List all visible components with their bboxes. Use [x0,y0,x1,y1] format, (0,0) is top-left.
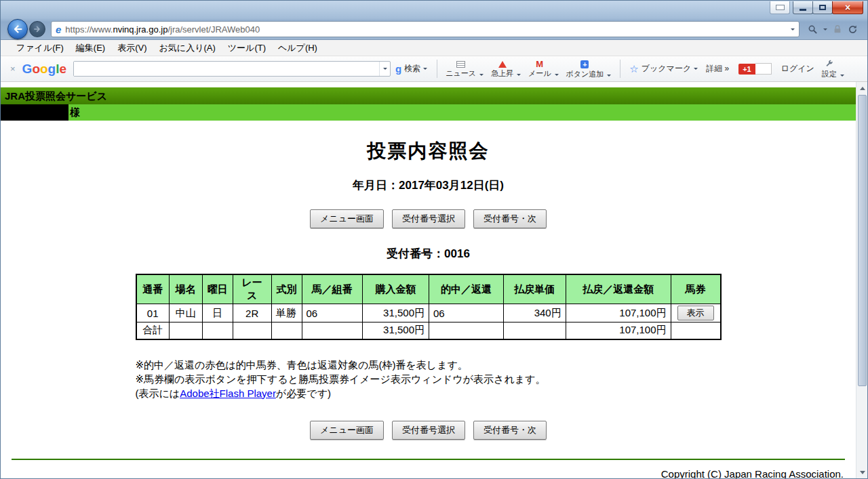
add-dropdown-icon[interactable] [607,75,611,79]
toolbar-separator [437,60,437,78]
menu-tools[interactable]: ツール(T) [222,40,272,56]
search-dropdown-icon[interactable] [823,28,827,33]
mail-dropdown-icon[interactable] [555,74,559,78]
cell-race: 2R [233,304,271,322]
toolbar-add-button[interactable]: + ボタン追加 [563,60,608,79]
scroll-up-button[interactable] [856,82,868,93]
note-line-3: (表示にはAdobe社Flash Playerが必要です) [136,386,722,400]
toolbar-news-button[interactable]: ニュース [442,60,479,78]
vertical-scrollbar[interactable] [856,82,867,478]
trending-dropdown-icon[interactable] [517,74,521,78]
close-button[interactable]: × [832,1,863,14]
page-title: 投票内容照会 [1,138,856,164]
toolbar-search-input[interactable] [74,62,379,76]
cell-payout: 107,100円 [566,304,671,322]
toolbar-settings-button[interactable]: 設定 [818,59,840,79]
news-icon [456,61,465,68]
toolbar-login-button[interactable]: ログイン [777,63,818,75]
total-empty [271,322,302,339]
scroll-down-button[interactable] [856,467,868,478]
back-button[interactable] [7,19,28,39]
menu-view[interactable]: 表示(V) [111,40,153,56]
toolbar-bookmarks-button[interactable]: ☆ ブックマーク [625,63,702,75]
footer-divider [12,459,845,460]
service-title-band: JRA投票照会サービス [1,87,856,104]
menu-screen-button[interactable]: メニュー画面 [310,209,384,228]
date-line: 年月日：2017年03月12日(日) [1,178,856,193]
forward-button[interactable] [29,21,45,37]
bottom-button-row: メニュー画面 受付番号選択 受付番号・次 [1,421,856,440]
mail-icon: M [536,60,543,68]
settings-dropdown-icon[interactable] [840,75,844,79]
address-bar[interactable]: e https://www.nvinq.jra.go.jp/jra/servle… [51,21,800,37]
receipt-next-button-bottom[interactable]: 受付番号・次 [473,421,547,440]
total-empty [504,322,566,339]
flash-note-post: が必要です) [276,388,331,399]
toolbar-close-icon[interactable]: × [10,64,16,74]
total-empty [169,322,202,339]
address-bar-tools [805,24,867,35]
address-dropdown-icon[interactable] [791,28,795,33]
cell-course: 中山 [169,304,202,322]
scrollbar-thumb[interactable] [858,95,867,386]
bets-table: 通番 場名 曜日 レース 式別 馬／組番 購入金額 的中／返還 払戻単価 払戻／… [136,274,722,340]
window-icon [776,5,785,10]
receipt-select-button[interactable]: 受付番号選択 [392,209,465,228]
col-day: 曜日 [202,274,233,304]
search-history-dropdown-icon[interactable] [379,62,390,76]
forward-arrow-icon [33,25,41,33]
cell-amount: 31,500円 [363,304,429,322]
table-row: 01 中山 日 2R 単勝 06 31,500円 06 340円 107,100… [136,304,721,322]
url-text: https://www.nvinq.jra.go.jp/jra/servlet/… [65,24,260,35]
add-button-label: ボタン追加 [566,70,604,78]
settings-label: 設定 [822,70,837,78]
mail-label: メール [528,69,551,77]
toolbar-more-button[interactable]: 詳細 » [702,63,733,75]
total-amount: 31,500円 [363,322,429,339]
minimize-button[interactable] [793,1,813,14]
refresh-icon[interactable] [848,24,858,35]
page-viewport: JRA投票照会サービス 様 投票内容照会 年月日：2017年03月12日(日) … [1,82,856,478]
wrench-icon [825,60,833,68]
menu-favorites[interactable]: お気に入り(A) [153,40,222,56]
note-line-1: ※的中／返還の赤色は的中馬券、青色は返還対象の馬(枠)番を表します。 [136,358,722,372]
flash-note-pre: (表示には [136,388,180,399]
toolbar-search-box[interactable] [73,61,391,77]
menu-file[interactable]: ファイル(F) [10,40,70,56]
toolbar-trending-button[interactable]: 急上昇 [488,60,517,78]
maximize-button[interactable] [812,1,833,14]
total-label: 合計 [136,322,170,339]
google-logo: Google [22,62,66,77]
navigation-bar: e https://www.nvinq.jra.go.jp/jra/servle… [1,18,867,40]
toolbar-mail-button[interactable]: M メール [525,60,555,78]
cell-unit: 340円 [504,304,566,322]
login-label: ログイン [781,63,814,75]
maximize-icon [819,5,826,10]
google-g-icon: g [395,63,401,75]
search-icon[interactable] [808,24,818,35]
col-amount: 購入金額 [363,274,429,304]
top-button-row: メニュー画面 受付番号選択 受付番号・次 [1,209,856,228]
trending-label: 急上昇 [491,69,513,77]
receipt-select-button-bottom[interactable]: 受付番号選択 [392,421,465,440]
toolbar-search-button[interactable]: g 検索 [391,61,432,77]
user-suffix: 様 [70,106,80,119]
titlebar-extra-button[interactable] [770,1,790,14]
bookmarks-dropdown-icon[interactable] [694,68,698,72]
flash-player-link[interactable]: Adobe社Flash Player [180,388,276,399]
note-line-2: ※馬券欄の表示ボタンを押下すると勝馬投票券イメージ表示ウィンドウが表示されます。 [136,372,722,386]
plus-one-badge[interactable]: +1 [738,64,755,75]
table-header-row: 通番 場名 曜日 レース 式別 馬／組番 購入金額 的中／返還 払戻単価 払戻／… [136,274,721,304]
menu-help[interactable]: ヘルプ(H) [272,40,323,56]
show-ticket-button[interactable]: 表示 [677,306,714,320]
col-course: 場名 [169,274,202,304]
copyright: Copyright (C) Japan Racing Association. [1,468,856,479]
col-unit: 払戻単価 [504,274,566,304]
menu-screen-button-bottom[interactable]: メニュー画面 [310,421,384,440]
plus-one-widget[interactable]: +1 [738,63,772,75]
menu-edit[interactable]: 編集(E) [70,40,111,56]
receipt-next-button[interactable]: 受付番号・次 [473,209,547,228]
search-options-icon[interactable] [423,68,427,72]
news-dropdown-icon[interactable] [479,74,484,78]
browser-window: × e https://www.nvinq.jra.go.jp/jra/serv… [0,0,868,479]
